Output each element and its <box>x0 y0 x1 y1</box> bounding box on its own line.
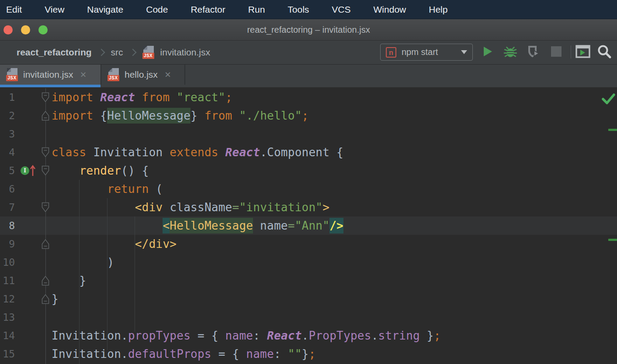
menu-item-run[interactable]: Run <box>248 4 265 15</box>
code-line: class Invitation extends React.Component… <box>52 143 343 161</box>
line-number: 8 <box>0 216 15 235</box>
fold-marker-start[interactable] <box>42 92 49 103</box>
code-line: render() { <box>52 161 149 180</box>
code-token: : <box>274 347 288 361</box>
line-number: 7 <box>0 198 15 216</box>
implements-icon[interactable]: I <box>21 166 29 175</box>
stop-button[interactable] <box>549 44 564 59</box>
code-token: = <box>288 219 295 232</box>
code-token: ; <box>302 109 309 122</box>
breadcrumb-item-src[interactable]: src <box>111 47 123 58</box>
code-token: render <box>80 164 121 177</box>
breadcrumb-item-react_refactoring[interactable]: react_refactoring <box>17 47 92 58</box>
code-line: } <box>52 290 59 308</box>
close-tab-icon[interactable]: × <box>80 69 86 80</box>
code-line: Invitation.defaultProps = { name: ""}; <box>52 345 315 363</box>
stop-icon <box>551 46 562 57</box>
fold-marker-end[interactable] <box>42 239 49 249</box>
minimize-window-button[interactable] <box>21 25 30 34</box>
menu-item-help[interactable]: Help <box>429 4 447 15</box>
search-icon <box>597 44 612 59</box>
inspections-ok-checkmark-icon[interactable] <box>601 92 616 108</box>
code-line: <HelloMessage name="Ann"/> <box>52 216 343 235</box>
code-token: PropTypes <box>308 329 371 342</box>
code-line: Invitation.propTypes = { name: React.Pro… <box>52 326 441 345</box>
run-anything-button[interactable] <box>575 44 590 59</box>
code-token: React <box>100 91 135 104</box>
code-token: /> <box>329 219 343 232</box>
menu-item-edit[interactable]: Edit <box>6 4 22 15</box>
code-token: "invitation" <box>239 201 322 214</box>
code-token: ( <box>156 182 163 196</box>
zoom-window-button[interactable] <box>38 25 48 34</box>
fold-marker-end[interactable] <box>42 275 49 286</box>
navigate-up-arrow-icon[interactable] <box>30 165 36 179</box>
ide-window: EditViewNavigateCodeRefactorRunToolsVCSW… <box>0 0 617 364</box>
menu-item-window[interactable]: Window <box>374 4 406 15</box>
fold-marker-end[interactable] <box>42 110 49 121</box>
code-token: class <box>52 146 93 159</box>
code-token: ; <box>225 91 232 104</box>
fold-marker-start[interactable] <box>42 165 49 176</box>
breadcrumb-item-invitation.jsx[interactable]: invitation.jsx <box>160 47 210 58</box>
search-everywhere-button[interactable] <box>597 44 612 59</box>
fold-marker-start[interactable] <box>42 202 49 213</box>
menu-item-view[interactable]: View <box>45 4 64 15</box>
code-line: </div> <box>52 235 177 253</box>
code-line: } <box>52 271 87 290</box>
menu-item-refactor[interactable]: Refactor <box>191 4 225 15</box>
window-title: react_refactoring – invitation.jsx <box>247 25 370 35</box>
code-token: defaultProps <box>128 347 211 361</box>
close-tab-icon[interactable]: × <box>165 69 171 80</box>
code-token: Invitation. <box>52 347 128 361</box>
code-token: < <box>163 219 170 232</box>
tab-hello.jsx[interactable]: JSXhello.jsx× <box>101 65 184 85</box>
code-token: propTypes <box>128 329 191 342</box>
run-configuration-selector[interactable]: n npm start <box>380 44 473 61</box>
code-token: import <box>52 91 100 104</box>
tab-label: hello.jsx <box>125 69 158 80</box>
code-editor[interactable]: 123456789101112131415I import React from… <box>0 87 617 364</box>
chevron-right-icon <box>97 49 105 56</box>
code-line: import {HelloMessage} from "./hello"; <box>52 106 308 125</box>
line-number: 15 <box>0 345 15 363</box>
close-window-button[interactable] <box>3 25 13 34</box>
terminal-play-icon <box>575 45 590 58</box>
navigation-toolbar: react_refactoringsrcJSXinvitation.jsx n … <box>0 41 617 65</box>
code-token: extends <box>170 146 225 159</box>
toolbar-separator <box>571 45 571 58</box>
line-number: 12 <box>0 290 15 308</box>
editor-tab-bar: JSXinvitation.jsx×JSXhello.jsx× <box>0 65 617 87</box>
code-line: return ( <box>52 180 163 198</box>
code-token <box>52 182 107 196</box>
title-bar: react_refactoring – invitation.jsx <box>0 19 617 41</box>
run-with-coverage-button[interactable] <box>526 44 541 59</box>
code-token: "react" <box>177 91 225 104</box>
debug-button[interactable] <box>503 44 518 59</box>
menu-item-navigate[interactable]: Navigate <box>87 4 123 15</box>
line-number: 14 <box>0 326 15 345</box>
code-token: : <box>253 329 267 342</box>
fold-marker-start[interactable] <box>42 147 49 158</box>
jsx-file-icon: JSX <box>6 68 18 81</box>
menu-item-code[interactable]: Code <box>146 4 168 15</box>
play-icon <box>481 45 494 58</box>
code-token: Invitation. <box>52 329 128 342</box>
tab-invitation.jsx[interactable]: JSXinvitation.jsx× <box>0 65 101 85</box>
run-button[interactable] <box>480 44 495 59</box>
line-number: 3 <box>0 125 15 143</box>
code-token: "" <box>288 347 302 361</box>
code-token: </div> <box>135 237 177 251</box>
code-token: name <box>246 347 274 361</box>
code-token: = <box>232 201 239 214</box>
code-line: ) <box>52 253 114 271</box>
code-line: import React from "react"; <box>52 88 232 106</box>
code-token: () { <box>121 164 149 177</box>
fold-marker-end[interactable] <box>42 294 49 304</box>
jsx-file-icon: JSX <box>107 68 119 81</box>
menu-item-tools[interactable]: Tools <box>288 4 309 15</box>
code-token <box>52 201 135 214</box>
menu-item-vcs[interactable]: VCS <box>332 4 350 15</box>
code-token: .Component { <box>260 146 343 159</box>
code-token: } <box>302 347 309 361</box>
